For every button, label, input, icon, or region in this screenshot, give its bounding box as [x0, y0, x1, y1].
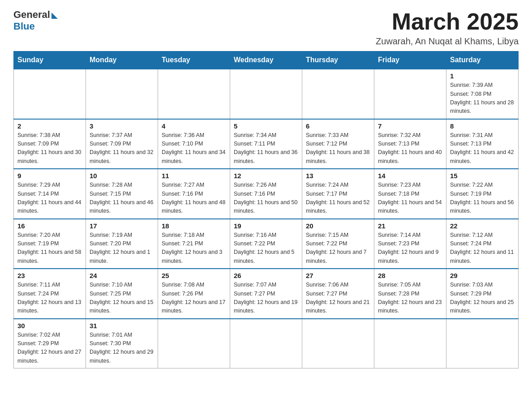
calendar-cell: 29Sunrise: 7:03 AMSunset: 7:29 PMDayligh… — [446, 269, 519, 319]
day-info: Sunrise: 7:32 AMSunset: 7:13 PMDaylight:… — [378, 131, 442, 166]
weekday-header-thursday: Thursday — [302, 51, 374, 69]
calendar-cell: 19Sunrise: 7:16 AMSunset: 7:22 PMDayligh… — [230, 219, 302, 269]
day-number: 19 — [234, 222, 298, 230]
day-number: 29 — [450, 272, 515, 279]
calendar-cell: 24Sunrise: 7:10 AMSunset: 7:25 PMDayligh… — [86, 269, 158, 319]
day-info: Sunrise: 7:27 AMSunset: 7:16 PMDaylight:… — [162, 181, 226, 216]
calendar-cell: 27Sunrise: 7:06 AMSunset: 7:27 PMDayligh… — [302, 269, 374, 319]
calendar-cell: 26Sunrise: 7:07 AMSunset: 7:27 PMDayligh… — [230, 269, 302, 319]
day-info: Sunrise: 7:10 AMSunset: 7:25 PMDaylight:… — [90, 281, 154, 316]
day-number: 11 — [162, 172, 226, 180]
calendar-cell — [302, 69, 374, 119]
day-number: 20 — [306, 222, 370, 230]
weekday-header-wednesday: Wednesday — [230, 51, 302, 69]
day-info: Sunrise: 7:20 AMSunset: 7:19 PMDaylight:… — [17, 231, 82, 266]
day-number: 3 — [90, 122, 154, 130]
day-info: Sunrise: 7:33 AMSunset: 7:12 PMDaylight:… — [306, 131, 370, 166]
calendar-cell: 30Sunrise: 7:02 AMSunset: 7:29 PMDayligh… — [14, 319, 86, 368]
day-number: 9 — [17, 172, 82, 180]
calendar-cell — [14, 69, 86, 119]
title-area: March 2025 Zuwarah, An Nuqat al Khams, L… — [376, 9, 519, 47]
day-number: 31 — [90, 322, 154, 330]
calendar-cell: 2Sunrise: 7:38 AMSunset: 7:09 PMDaylight… — [14, 119, 86, 169]
day-number: 26 — [234, 272, 298, 279]
day-info: Sunrise: 7:31 AMSunset: 7:13 PMDaylight:… — [450, 131, 515, 166]
calendar-cell: 15Sunrise: 7:22 AMSunset: 7:19 PMDayligh… — [446, 169, 519, 219]
location-subtitle: Zuwarah, An Nuqat al Khams, Libya — [376, 36, 519, 47]
day-number: 15 — [450, 172, 515, 180]
calendar-cell — [230, 319, 302, 368]
weekday-header-row: SundayMondayTuesdayWednesdayThursdayFrid… — [14, 51, 519, 69]
calendar-cell: 8Sunrise: 7:31 AMSunset: 7:13 PMDaylight… — [446, 119, 519, 169]
logo: General Blue — [13, 9, 58, 32]
day-info: Sunrise: 7:11 AMSunset: 7:24 PMDaylight:… — [17, 281, 82, 316]
day-number: 16 — [17, 222, 82, 230]
day-info: Sunrise: 7:39 AMSunset: 7:08 PMDaylight:… — [450, 81, 515, 116]
month-year-title: March 2025 — [376, 9, 519, 34]
day-number: 7 — [378, 122, 442, 130]
calendar-week-row: 9Sunrise: 7:29 AMSunset: 7:14 PMDaylight… — [14, 169, 519, 219]
day-info: Sunrise: 7:08 AMSunset: 7:26 PMDaylight:… — [162, 281, 226, 316]
day-number: 18 — [162, 222, 226, 230]
calendar-week-row: 2Sunrise: 7:38 AMSunset: 7:09 PMDaylight… — [14, 119, 519, 169]
day-number: 30 — [17, 322, 82, 330]
day-info: Sunrise: 7:01 AMSunset: 7:30 PMDaylight:… — [90, 331, 154, 366]
calendar-cell: 1Sunrise: 7:39 AMSunset: 7:08 PMDaylight… — [446, 69, 519, 119]
day-info: Sunrise: 7:38 AMSunset: 7:09 PMDaylight:… — [17, 131, 82, 166]
day-number: 14 — [378, 172, 442, 180]
calendar-cell: 7Sunrise: 7:32 AMSunset: 7:13 PMDaylight… — [374, 119, 446, 169]
day-number: 5 — [234, 122, 298, 130]
day-number: 25 — [162, 272, 226, 279]
calendar-cell — [158, 319, 230, 368]
calendar-cell: 11Sunrise: 7:27 AMSunset: 7:16 PMDayligh… — [158, 169, 230, 219]
day-info: Sunrise: 7:28 AMSunset: 7:15 PMDaylight:… — [90, 181, 154, 216]
calendar-cell: 23Sunrise: 7:11 AMSunset: 7:24 PMDayligh… — [14, 269, 86, 319]
day-info: Sunrise: 7:14 AMSunset: 7:23 PMDaylight:… — [378, 231, 442, 266]
calendar-cell — [374, 319, 446, 368]
day-info: Sunrise: 7:15 AMSunset: 7:22 PMDaylight:… — [306, 231, 370, 266]
calendar-cell: 16Sunrise: 7:20 AMSunset: 7:19 PMDayligh… — [14, 219, 86, 269]
day-number: 27 — [306, 272, 370, 279]
calendar-table: SundayMondayTuesdayWednesdayThursdayFrid… — [13, 51, 519, 368]
calendar-cell — [302, 319, 374, 368]
calendar-week-row: 1Sunrise: 7:39 AMSunset: 7:08 PMDaylight… — [14, 69, 519, 119]
logo-general-text: General — [13, 9, 50, 21]
weekday-header-friday: Friday — [374, 51, 446, 69]
day-number: 13 — [306, 172, 370, 180]
calendar-cell: 21Sunrise: 7:14 AMSunset: 7:23 PMDayligh… — [374, 219, 446, 269]
day-info: Sunrise: 7:18 AMSunset: 7:21 PMDaylight:… — [162, 231, 226, 266]
day-info: Sunrise: 7:12 AMSunset: 7:24 PMDaylight:… — [450, 231, 515, 266]
day-number: 23 — [17, 272, 82, 279]
calendar-cell: 12Sunrise: 7:26 AMSunset: 7:16 PMDayligh… — [230, 169, 302, 219]
calendar-cell: 18Sunrise: 7:18 AMSunset: 7:21 PMDayligh… — [158, 219, 230, 269]
weekday-header-sunday: Sunday — [14, 51, 86, 69]
calendar-week-row: 16Sunrise: 7:20 AMSunset: 7:19 PMDayligh… — [14, 219, 519, 269]
day-info: Sunrise: 7:16 AMSunset: 7:22 PMDaylight:… — [234, 231, 298, 266]
logo-blue-text: Blue — [13, 21, 35, 32]
day-info: Sunrise: 7:19 AMSunset: 7:20 PMDaylight:… — [90, 231, 154, 266]
calendar-cell — [446, 319, 519, 368]
day-info: Sunrise: 7:03 AMSunset: 7:29 PMDaylight:… — [450, 281, 515, 316]
day-info: Sunrise: 7:23 AMSunset: 7:18 PMDaylight:… — [378, 181, 442, 216]
calendar-cell: 28Sunrise: 7:05 AMSunset: 7:28 PMDayligh… — [374, 269, 446, 319]
calendar-cell: 25Sunrise: 7:08 AMSunset: 7:26 PMDayligh… — [158, 269, 230, 319]
calendar-cell: 6Sunrise: 7:33 AMSunset: 7:12 PMDaylight… — [302, 119, 374, 169]
day-number: 1 — [450, 72, 515, 80]
day-info: Sunrise: 7:06 AMSunset: 7:27 PMDaylight:… — [306, 281, 370, 316]
calendar-cell: 5Sunrise: 7:34 AMSunset: 7:11 PMDaylight… — [230, 119, 302, 169]
calendar-cell: 31Sunrise: 7:01 AMSunset: 7:30 PMDayligh… — [86, 319, 158, 368]
day-info: Sunrise: 7:36 AMSunset: 7:10 PMDaylight:… — [162, 131, 226, 166]
day-info: Sunrise: 7:34 AMSunset: 7:11 PMDaylight:… — [234, 131, 298, 166]
day-number: 21 — [378, 222, 442, 230]
day-info: Sunrise: 7:02 AMSunset: 7:29 PMDaylight:… — [17, 331, 82, 366]
calendar-cell — [158, 69, 230, 119]
calendar-cell — [86, 69, 158, 119]
day-number: 12 — [234, 172, 298, 180]
calendar-cell: 17Sunrise: 7:19 AMSunset: 7:20 PMDayligh… — [86, 219, 158, 269]
day-number: 8 — [450, 122, 515, 130]
calendar-cell — [374, 69, 446, 119]
day-info: Sunrise: 7:37 AMSunset: 7:09 PMDaylight:… — [90, 131, 154, 166]
calendar-cell: 3Sunrise: 7:37 AMSunset: 7:09 PMDaylight… — [86, 119, 158, 169]
weekday-header-saturday: Saturday — [446, 51, 519, 69]
calendar-cell — [230, 69, 302, 119]
